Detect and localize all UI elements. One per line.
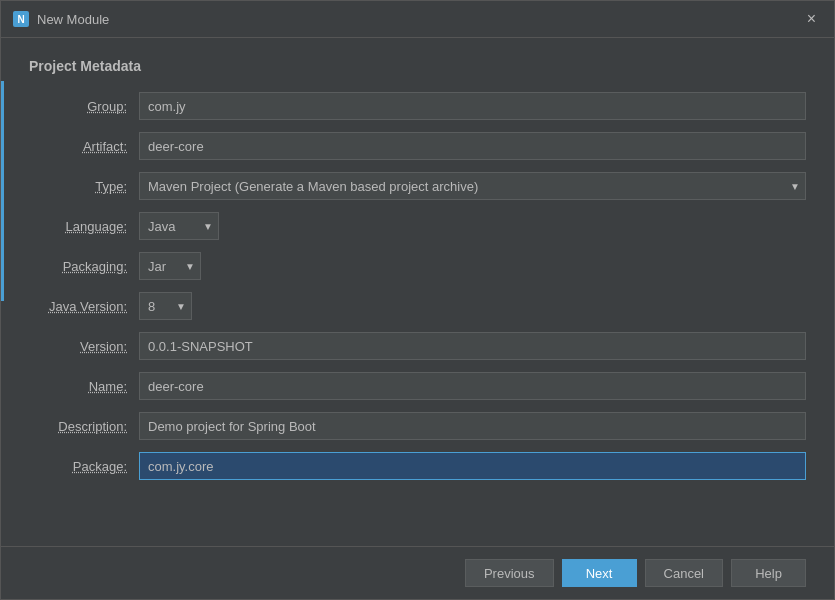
language-select[interactable]: Java Kotlin Groovy: [139, 212, 219, 240]
description-input[interactable]: [139, 412, 806, 440]
cancel-button[interactable]: Cancel: [645, 559, 723, 587]
previous-button[interactable]: Previous: [465, 559, 554, 587]
title-bar-left: N New Module: [13, 11, 109, 27]
package-input[interactable]: [139, 452, 806, 480]
type-label: Type:: [29, 179, 139, 194]
packaging-row: Packaging: Jar War ▼: [29, 252, 806, 280]
dialog-title: New Module: [37, 12, 109, 27]
dialog-footer: Previous Next Cancel Help: [1, 546, 834, 599]
name-input[interactable]: [139, 372, 806, 400]
group-label: Group:: [29, 99, 139, 114]
type-row: Type: Maven Project (Generate a Maven ba…: [29, 172, 806, 200]
type-select[interactable]: Maven Project (Generate a Maven based pr…: [139, 172, 806, 200]
version-label: Version:: [29, 339, 139, 354]
dialog-content: Project Metadata Group: Artifact: Type: …: [1, 38, 834, 546]
artifact-row: Artifact:: [29, 132, 806, 160]
language-label: Language:: [29, 219, 139, 234]
group-input[interactable]: [139, 92, 806, 120]
package-label: Package:: [29, 459, 139, 474]
group-row: Group:: [29, 92, 806, 120]
description-row: Description:: [29, 412, 806, 440]
type-select-wrapper: Maven Project (Generate a Maven based pr…: [139, 172, 806, 200]
module-icon: N: [13, 11, 29, 27]
language-select-wrapper: Java Kotlin Groovy ▼: [139, 212, 219, 240]
packaging-select-wrapper: Jar War ▼: [139, 252, 201, 280]
language-row: Language: Java Kotlin Groovy ▼: [29, 212, 806, 240]
artifact-label: Artifact:: [29, 139, 139, 154]
name-row: Name:: [29, 372, 806, 400]
artifact-input[interactable]: [139, 132, 806, 160]
java-version-select[interactable]: 8 11 17 21: [139, 292, 192, 320]
left-accent: [1, 81, 4, 301]
new-module-dialog: N New Module × Project Metadata Group: A…: [0, 0, 835, 600]
java-version-row: Java Version: 8 11 17 21 ▼: [29, 292, 806, 320]
java-version-label: Java Version:: [29, 299, 139, 314]
version-row: Version:: [29, 332, 806, 360]
name-label: Name:: [29, 379, 139, 394]
close-button[interactable]: ×: [801, 9, 822, 29]
packaging-select[interactable]: Jar War: [139, 252, 201, 280]
packaging-label: Packaging:: [29, 259, 139, 274]
package-row: Package:: [29, 452, 806, 480]
section-title: Project Metadata: [29, 58, 806, 74]
next-button[interactable]: Next: [562, 559, 637, 587]
java-version-select-wrapper: 8 11 17 21 ▼: [139, 292, 192, 320]
title-bar: N New Module ×: [1, 1, 834, 38]
version-input[interactable]: [139, 332, 806, 360]
description-label: Description:: [29, 419, 139, 434]
help-button[interactable]: Help: [731, 559, 806, 587]
